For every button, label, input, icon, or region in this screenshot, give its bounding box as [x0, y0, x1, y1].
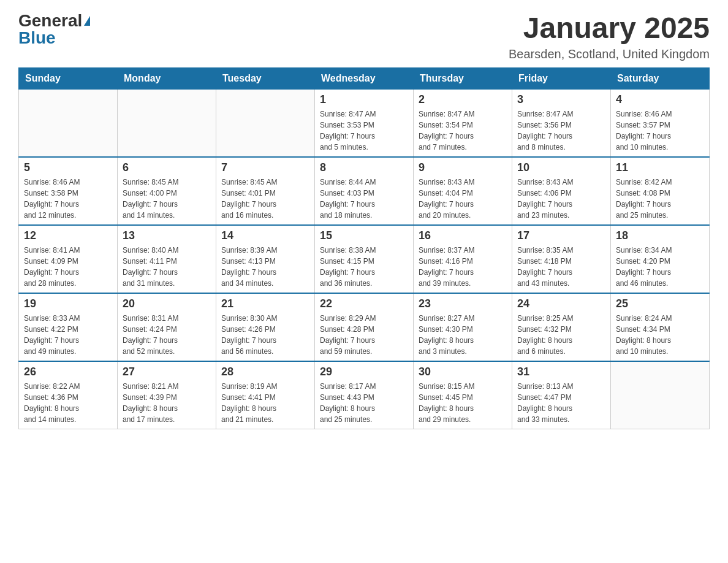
- day-info: Sunrise: 8:24 AMSunset: 4:34 PMDaylight:…: [616, 313, 704, 357]
- day-info: Sunrise: 8:30 AMSunset: 4:26 PMDaylight:…: [221, 313, 309, 357]
- day-cell: 20Sunrise: 8:31 AMSunset: 4:24 PMDayligh…: [118, 293, 216, 361]
- day-cell: 25Sunrise: 8:24 AMSunset: 4:34 PMDayligh…: [611, 293, 710, 361]
- day-cell: [611, 361, 710, 429]
- day-cell: 8Sunrise: 8:44 AMSunset: 4:03 PMDaylight…: [315, 157, 414, 225]
- day-info: Sunrise: 8:39 AMSunset: 4:13 PMDaylight:…: [221, 245, 309, 289]
- day-info: Sunrise: 8:41 AMSunset: 4:09 PMDaylight:…: [24, 245, 112, 289]
- day-number: 5: [24, 161, 112, 174]
- day-number: 11: [616, 161, 704, 174]
- day-cell: [216, 89, 315, 157]
- day-cell: 29Sunrise: 8:17 AMSunset: 4:43 PMDayligh…: [315, 361, 414, 429]
- day-info: Sunrise: 8:44 AMSunset: 4:03 PMDaylight:…: [320, 177, 408, 221]
- day-cell: 24Sunrise: 8:25 AMSunset: 4:32 PMDayligh…: [512, 293, 611, 361]
- day-number: 17: [517, 229, 605, 242]
- day-cell: 1Sunrise: 8:47 AMSunset: 3:53 PMDaylight…: [315, 89, 414, 157]
- day-cell: 23Sunrise: 8:27 AMSunset: 4:30 PMDayligh…: [414, 293, 512, 361]
- header-cell-friday: Friday: [512, 67, 611, 89]
- day-info: Sunrise: 8:38 AMSunset: 4:15 PMDaylight:…: [320, 245, 408, 289]
- day-info: Sunrise: 8:37 AMSunset: 4:16 PMDaylight:…: [419, 245, 507, 289]
- day-cell: 11Sunrise: 8:42 AMSunset: 4:08 PMDayligh…: [611, 157, 710, 225]
- day-number: 20: [123, 297, 211, 310]
- day-number: 22: [320, 297, 408, 310]
- day-number: 18: [616, 229, 704, 242]
- day-info: Sunrise: 8:43 AMSunset: 4:04 PMDaylight:…: [419, 177, 507, 221]
- calendar-table: SundayMondayTuesdayWednesdayThursdayFrid…: [18, 67, 710, 429]
- week-row-2: 12Sunrise: 8:41 AMSunset: 4:09 PMDayligh…: [19, 225, 710, 293]
- title-area: January 2025 Bearsden, Scotland, United …: [509, 12, 710, 61]
- day-cell: 5Sunrise: 8:46 AMSunset: 3:58 PMDaylight…: [19, 157, 118, 225]
- header-cell-tuesday: Tuesday: [216, 67, 315, 89]
- page-header: General Blue January 2025 Bearsden, Scot…: [18, 12, 710, 61]
- day-info: Sunrise: 8:17 AMSunset: 4:43 PMDaylight:…: [320, 381, 408, 425]
- header-cell-wednesday: Wednesday: [315, 67, 414, 89]
- day-number: 2: [419, 93, 507, 106]
- logo-blue-text: Blue: [18, 29, 56, 47]
- day-cell: 31Sunrise: 8:13 AMSunset: 4:47 PMDayligh…: [512, 361, 611, 429]
- logo: General Blue: [18, 12, 90, 47]
- day-info: Sunrise: 8:22 AMSunset: 4:36 PMDaylight:…: [24, 381, 112, 425]
- day-cell: 18Sunrise: 8:34 AMSunset: 4:20 PMDayligh…: [611, 225, 710, 293]
- day-cell: 14Sunrise: 8:39 AMSunset: 4:13 PMDayligh…: [216, 225, 315, 293]
- day-info: Sunrise: 8:29 AMSunset: 4:28 PMDaylight:…: [320, 313, 408, 357]
- day-info: Sunrise: 8:21 AMSunset: 4:39 PMDaylight:…: [123, 381, 211, 425]
- day-info: Sunrise: 8:45 AMSunset: 4:01 PMDaylight:…: [221, 177, 309, 221]
- day-info: Sunrise: 8:15 AMSunset: 4:45 PMDaylight:…: [419, 381, 507, 425]
- day-cell: 15Sunrise: 8:38 AMSunset: 4:15 PMDayligh…: [315, 225, 414, 293]
- day-number: 26: [24, 366, 112, 378]
- day-number: 31: [517, 366, 605, 378]
- day-info: Sunrise: 8:46 AMSunset: 3:57 PMDaylight:…: [616, 109, 704, 153]
- header-cell-saturday: Saturday: [611, 67, 710, 89]
- day-cell: 9Sunrise: 8:43 AMSunset: 4:04 PMDaylight…: [414, 157, 512, 225]
- day-number: 21: [221, 297, 309, 310]
- calendar-header: SundayMondayTuesdayWednesdayThursdayFrid…: [19, 67, 710, 89]
- day-cell: 22Sunrise: 8:29 AMSunset: 4:28 PMDayligh…: [315, 293, 414, 361]
- header-cell-sunday: Sunday: [19, 67, 118, 89]
- day-cell: 21Sunrise: 8:30 AMSunset: 4:26 PMDayligh…: [216, 293, 315, 361]
- logo-triangle-icon: [84, 16, 90, 26]
- day-cell: 6Sunrise: 8:45 AMSunset: 4:00 PMDaylight…: [118, 157, 216, 225]
- day-number: 9: [419, 161, 507, 174]
- day-info: Sunrise: 8:13 AMSunset: 4:47 PMDaylight:…: [517, 381, 605, 425]
- day-number: 28: [221, 366, 309, 378]
- day-cell: 10Sunrise: 8:43 AMSunset: 4:06 PMDayligh…: [512, 157, 611, 225]
- header-cell-thursday: Thursday: [414, 67, 512, 89]
- day-cell: [19, 89, 118, 157]
- day-info: Sunrise: 8:34 AMSunset: 4:20 PMDaylight:…: [616, 245, 704, 289]
- day-cell: 26Sunrise: 8:22 AMSunset: 4:36 PMDayligh…: [19, 361, 118, 429]
- day-number: 10: [517, 161, 605, 174]
- day-info: Sunrise: 8:40 AMSunset: 4:11 PMDaylight:…: [123, 245, 211, 289]
- day-number: 24: [517, 297, 605, 310]
- calendar-subtitle: Bearsden, Scotland, United Kingdom: [509, 47, 710, 61]
- day-info: Sunrise: 8:45 AMSunset: 4:00 PMDaylight:…: [123, 177, 211, 221]
- day-number: 8: [320, 161, 408, 174]
- week-row-0: 1Sunrise: 8:47 AMSunset: 3:53 PMDaylight…: [19, 89, 710, 157]
- day-cell: 27Sunrise: 8:21 AMSunset: 4:39 PMDayligh…: [118, 361, 216, 429]
- day-number: 4: [616, 93, 704, 106]
- day-info: Sunrise: 8:43 AMSunset: 4:06 PMDaylight:…: [517, 177, 605, 221]
- day-number: 30: [419, 366, 507, 378]
- logo-general-text: General: [18, 12, 82, 29]
- day-number: 16: [419, 229, 507, 242]
- day-info: Sunrise: 8:19 AMSunset: 4:41 PMDaylight:…: [221, 381, 309, 425]
- day-number: 1: [320, 93, 408, 106]
- day-cell: 3Sunrise: 8:47 AMSunset: 3:56 PMDaylight…: [512, 89, 611, 157]
- day-cell: 19Sunrise: 8:33 AMSunset: 4:22 PMDayligh…: [19, 293, 118, 361]
- day-number: 25: [616, 297, 704, 310]
- day-info: Sunrise: 8:47 AMSunset: 3:56 PMDaylight:…: [517, 109, 605, 153]
- day-info: Sunrise: 8:47 AMSunset: 3:54 PMDaylight:…: [419, 109, 507, 153]
- day-number: 15: [320, 229, 408, 242]
- day-cell: 2Sunrise: 8:47 AMSunset: 3:54 PMDaylight…: [414, 89, 512, 157]
- day-cell: 16Sunrise: 8:37 AMSunset: 4:16 PMDayligh…: [414, 225, 512, 293]
- day-cell: 7Sunrise: 8:45 AMSunset: 4:01 PMDaylight…: [216, 157, 315, 225]
- day-info: Sunrise: 8:42 AMSunset: 4:08 PMDaylight:…: [616, 177, 704, 221]
- header-cell-monday: Monday: [118, 67, 216, 89]
- day-number: 14: [221, 229, 309, 242]
- day-number: 19: [24, 297, 112, 310]
- day-number: 12: [24, 229, 112, 242]
- day-cell: [118, 89, 216, 157]
- day-number: 6: [123, 161, 211, 174]
- day-cell: 28Sunrise: 8:19 AMSunset: 4:41 PMDayligh…: [216, 361, 315, 429]
- day-cell: 17Sunrise: 8:35 AMSunset: 4:18 PMDayligh…: [512, 225, 611, 293]
- day-cell: 4Sunrise: 8:46 AMSunset: 3:57 PMDaylight…: [611, 89, 710, 157]
- day-info: Sunrise: 8:47 AMSunset: 3:53 PMDaylight:…: [320, 109, 408, 153]
